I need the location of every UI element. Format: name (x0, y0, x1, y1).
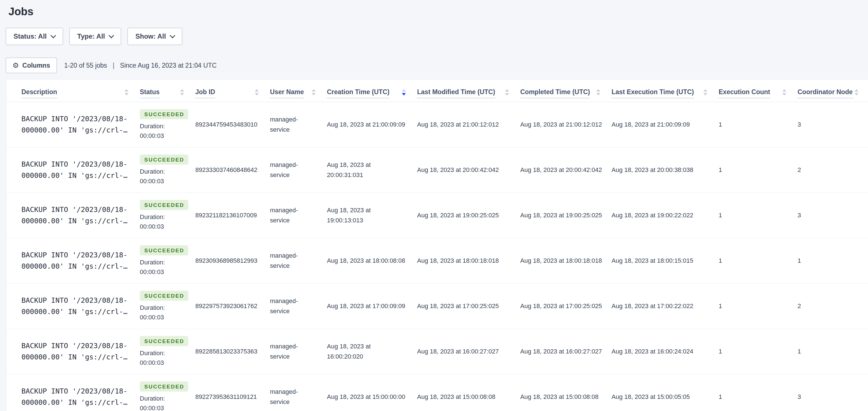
coordinator-node: 3 (798, 210, 861, 221)
column-header-status[interactable]: Status (140, 88, 195, 102)
column-header-label: User Name (270, 88, 304, 98)
column-header-user-name[interactable]: User Name (270, 88, 327, 102)
last-modified-time: Aug 18, 2023 at 15:00:08:08 (417, 392, 520, 402)
table-row: BACKUP INTO '/2023/08/18-000000.00' IN '… (7, 329, 868, 374)
status-cell: SUCCEEDEDDuration:00:00:03 (140, 245, 195, 276)
show-filter-dropdown[interactable]: Show: All (127, 28, 182, 45)
job-description-link[interactable]: BACKUP INTO '/2023/08/18-000000.00' IN '… (22, 386, 140, 408)
columns-button[interactable]: ⚙ Columns (6, 58, 57, 73)
jobs-page: Jobs Status: All Type: All Show: All ⚙ C… (0, 0, 868, 411)
last-execution-time: Aug 18, 2023 at 20:00:38:038 (612, 165, 719, 175)
job-description-line: 000000.00' IN 'gs://crl-… (22, 352, 136, 363)
job-description-link[interactable]: BACKUP INTO '/2023/08/18-000000.00' IN '… (22, 113, 140, 136)
job-description-link[interactable]: BACKUP INTO '/2023/08/18-000000.00' IN '… (22, 204, 140, 227)
sort-carets-icon (180, 89, 184, 98)
status-badge: SUCCEEDED (140, 245, 188, 255)
status-cell: SUCCEEDEDDuration:00:00:03 (140, 291, 195, 322)
execution-count: 1 (719, 347, 798, 357)
filters-row: Status: All Type: All Show: All (6, 28, 868, 45)
user-name: managed-service (270, 341, 327, 362)
sort-carets-icon (312, 89, 316, 98)
job-id: 892344759453483010 (195, 119, 270, 130)
status-badge: SUCCEEDED (140, 200, 188, 210)
column-header-last-execution-time-utc[interactable]: Last Execution Time (UTC) (612, 88, 719, 102)
status-badge: SUCCEEDED (140, 154, 188, 165)
job-description-line: 000000.00' IN 'gs://crl-… (22, 170, 136, 181)
column-header-execution-count[interactable]: Execution Count (719, 88, 798, 102)
job-description-line: 000000.00' IN 'gs://crl-… (22, 261, 136, 272)
table-toolbar: ⚙ Columns 1-20 of 55 jobs | Since Aug 16… (6, 58, 868, 73)
column-header-coordinator-node[interactable]: Coordinator Node (798, 88, 861, 102)
last-execution-time: Aug 18, 2023 at 21:00:09:09 (612, 119, 719, 130)
page-title: Jobs (0, 0, 868, 18)
duration-value: 00:00:03 (140, 404, 184, 411)
column-header-description[interactable]: Description (22, 88, 140, 102)
completed-time: Aug 18, 2023 at 18:00:18:018 (520, 256, 612, 266)
chevron-down-icon (51, 33, 56, 38)
column-header-label: Coordinator Node (798, 88, 853, 98)
completed-time: Aug 18, 2023 at 19:00:25:025 (520, 210, 612, 221)
job-description-line: BACKUP INTO '/2023/08/18- (22, 386, 136, 397)
creation-time: Aug 18, 2023 at 19:00:13:013 (327, 205, 417, 226)
job-description-line: BACKUP INTO '/2023/08/18- (22, 159, 136, 170)
job-description-link[interactable]: BACKUP INTO '/2023/08/18-000000.00' IN '… (22, 340, 140, 363)
sort-carets-icon (255, 89, 259, 98)
duration-value: 00:00:03 (140, 313, 184, 322)
duration-value: 00:00:03 (140, 358, 184, 367)
job-description-link[interactable]: BACKUP INTO '/2023/08/18-000000.00' IN '… (22, 249, 140, 272)
completed-time: Aug 18, 2023 at 15:00:08:08 (520, 392, 612, 402)
execution-count: 1 (719, 256, 798, 266)
sort-carets-icon (855, 89, 859, 98)
user-name: managed-service (270, 205, 327, 226)
job-description-line: BACKUP INTO '/2023/08/18- (22, 204, 136, 215)
job-id: 892333037460848642 (195, 165, 270, 175)
chevron-down-icon (169, 33, 175, 38)
user-name: managed-service (270, 387, 327, 407)
job-description-line: 000000.00' IN 'gs://crl-… (22, 215, 136, 227)
status-cell: SUCCEEDEDDuration:00:00:03 (140, 381, 195, 411)
chevron-down-icon (109, 33, 115, 38)
status-badge: SUCCEEDED (140, 109, 188, 119)
column-header-label: Status (140, 88, 159, 98)
status-cell: SUCCEEDEDDuration:00:00:03 (140, 109, 195, 140)
column-header-label: Execution Count (719, 88, 770, 98)
column-header-label: Creation Time (UTC) (327, 88, 390, 98)
job-description-link[interactable]: BACKUP INTO '/2023/08/18-000000.00' IN '… (22, 295, 140, 317)
since-timestamp: Since Aug 16, 2023 at 21:04 UTC (120, 62, 217, 69)
table-header-row: DescriptionStatusJob IDUser NameCreation… (7, 80, 868, 102)
creation-time: Aug 18, 2023 at 16:00:20:020 (327, 341, 417, 362)
status-badge: SUCCEEDED (140, 291, 188, 301)
column-header-creation-time-utc[interactable]: Creation Time (UTC) (327, 88, 417, 102)
type-filter-dropdown[interactable]: Type: All (69, 28, 121, 45)
last-modified-time: Aug 18, 2023 at 21:00:12:012 (417, 119, 520, 130)
status-filter-dropdown[interactable]: Status: All (6, 28, 63, 45)
status-badge: SUCCEEDED (140, 336, 188, 346)
job-description-link[interactable]: BACKUP INTO '/2023/08/18-000000.00' IN '… (22, 159, 140, 181)
completed-time: Aug 18, 2023 at 17:00:25:025 (520, 301, 612, 311)
last-execution-time: Aug 18, 2023 at 16:00:24:024 (612, 347, 719, 357)
status-cell: SUCCEEDEDDuration:00:00:03 (140, 200, 195, 231)
execution-count: 1 (719, 210, 798, 221)
column-header-completed-time-utc[interactable]: Completed Time (UTC) (520, 88, 612, 102)
results-separator: | (113, 62, 115, 69)
execution-count: 1 (719, 301, 798, 311)
results-count: 1-20 of 55 jobs (64, 62, 107, 69)
job-description-line: BACKUP INTO '/2023/08/18- (22, 113, 136, 125)
status-badge: SUCCEEDED (140, 381, 188, 391)
table-row: BACKUP INTO '/2023/08/18-000000.00' IN '… (7, 374, 868, 411)
column-header-label: Description (22, 88, 57, 98)
creation-time: Aug 18, 2023 at 21:00:09:09 (327, 119, 417, 130)
column-header-last-modified-time-utc[interactable]: Last Modified Time (UTC) (417, 88, 520, 102)
creation-time: Aug 18, 2023 at 18:00:08:08 (327, 256, 417, 266)
status-cell: SUCCEEDEDDuration:00:00:03 (140, 154, 195, 185)
user-name: managed-service (270, 296, 327, 316)
column-header-job-id[interactable]: Job ID (195, 88, 270, 102)
job-description-line: BACKUP INTO '/2023/08/18- (22, 249, 136, 261)
duration-label: Duration: (140, 213, 184, 221)
duration-value: 00:00:03 (140, 177, 184, 185)
last-modified-time: Aug 18, 2023 at 20:00:42:042 (417, 165, 520, 175)
coordinator-node: 3 (798, 119, 861, 130)
creation-time: Aug 18, 2023 at 17:00:09:09 (327, 301, 417, 311)
creation-time: Aug 18, 2023 at 20:00:31:031 (327, 160, 417, 180)
table-body: BACKUP INTO '/2023/08/18-000000.00' IN '… (7, 102, 868, 411)
